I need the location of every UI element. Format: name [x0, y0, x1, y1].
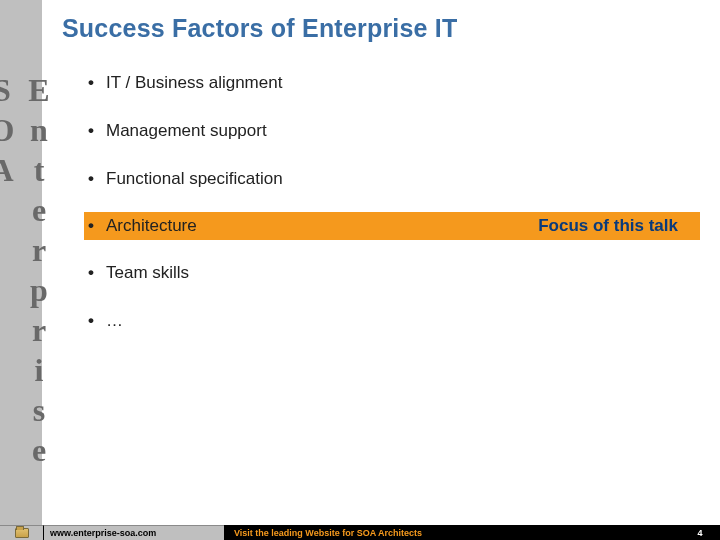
slide-title: Success Factors of Enterprise IT	[62, 14, 457, 43]
bullet-text: Functional specification	[106, 169, 283, 189]
bullet-dot-icon: •	[88, 169, 106, 189]
bullet-item: • IT / Business alignment	[88, 68, 700, 98]
bullet-text: IT / Business alignment	[106, 73, 282, 93]
footer-page-number: 4	[680, 525, 720, 540]
focus-label: Focus of this talk	[538, 216, 678, 236]
footer-icon-cell	[0, 525, 44, 540]
bullet-dot-icon: •	[88, 311, 106, 331]
bullet-dot-icon: •	[88, 121, 106, 141]
bullet-dot-icon: •	[88, 263, 106, 283]
bullet-item: • Management support	[88, 116, 700, 146]
bullet-text: …	[106, 311, 123, 331]
bullet-dot-icon: •	[88, 73, 106, 93]
bullet-text: Architecture	[106, 216, 197, 236]
bullet-item: • …	[88, 306, 700, 336]
footer-url: www.enterprise-soa.com	[44, 525, 224, 540]
bullet-text: Team skills	[106, 263, 189, 283]
footer: www.enterprise-soa.com Visit the leading…	[0, 525, 720, 540]
footer-visit: Visit the leading Website for SOA Archit…	[224, 525, 680, 540]
bullet-dot-icon: •	[88, 216, 106, 236]
bullet-item-highlight: • Architecture Focus of this talk	[84, 212, 700, 240]
bullet-text: Management support	[106, 121, 267, 141]
side-brand: Enterprise SOA	[0, 72, 40, 492]
slide: Enterprise SOA Success Factors of Enterp…	[0, 0, 720, 540]
bullet-list: • IT / Business alignment • Management s…	[88, 68, 700, 354]
side-brand-text: Enterprise SOA	[0, 72, 57, 492]
folder-icon	[15, 528, 29, 538]
bullet-item: • Team skills	[88, 258, 700, 288]
bullet-item: • Functional specification	[88, 164, 700, 194]
